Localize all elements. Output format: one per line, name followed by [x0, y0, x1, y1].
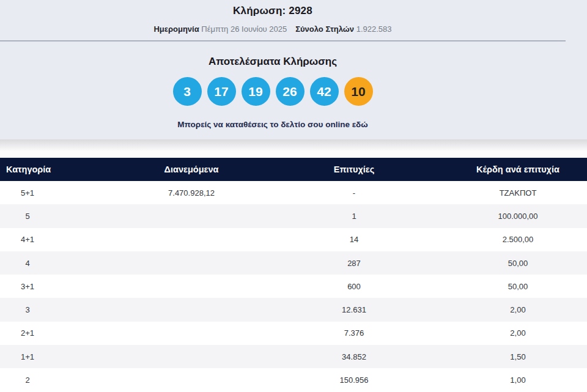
section-separator	[0, 139, 587, 158]
prize-cell: 1,50	[380, 345, 587, 368]
prize-cell: 100.000,00	[380, 204, 587, 227]
table-row: 428750,00	[0, 251, 587, 275]
distributed-cell	[55, 322, 328, 345]
winners-cell: -	[328, 181, 380, 204]
category-cell: 4+1	[0, 228, 55, 251]
prize-cell: 2.500,00	[380, 228, 587, 251]
date-label: Ημερομηνία	[153, 24, 199, 34]
column-header-prize: Κέρδη ανά επιτυχία	[380, 158, 587, 181]
distributed-cell	[55, 275, 328, 298]
submit-online-link[interactable]: Μπορείς να καταθέσεις το δελτίο σου onli…	[0, 120, 545, 129]
distributed-cell: 7.470.928,12	[55, 181, 328, 204]
winning-number-ball: 26	[276, 77, 305, 106]
category-cell: 5+1	[0, 181, 55, 204]
draw-header-section: Κλήρωση: 2928 Ημερομηνία Πέμπτη 26 Ιουνί…	[0, 0, 587, 139]
table-row: 2150.9561,00	[0, 368, 587, 392]
table-row: 51100.000,00	[0, 204, 587, 227]
winning-number-ball: 17	[207, 77, 236, 106]
category-cell: 3+1	[0, 275, 55, 298]
category-cell: 2+1	[0, 322, 55, 345]
category-cell: 4	[0, 251, 55, 275]
prize-cell: 50,00	[380, 275, 587, 298]
draw-title: Κλήρωση: 2928	[0, 0, 545, 17]
distributed-cell	[55, 204, 328, 227]
winners-cell: 150.956	[328, 368, 380, 392]
prize-cell: ΤΖΑΚΠΟΤ	[380, 181, 587, 204]
total-columns-label: Σύνολο Στηλών	[295, 24, 354, 34]
table-row: 1+134.8521,50	[0, 345, 587, 368]
winners-cell: 12.631	[328, 298, 380, 321]
prize-cell: 1,00	[380, 368, 587, 392]
prize-cell: 2,00	[380, 322, 587, 345]
winners-cell: 34.852	[328, 345, 380, 368]
draw-meta: Ημερομηνία Πέμπτη 26 Ιουνίου 2025Σύνολο …	[0, 24, 545, 34]
prize-cell: 50,00	[380, 251, 587, 275]
winners-cell: 287	[328, 251, 380, 275]
winners-cell: 14	[328, 228, 380, 251]
results-table-body: 5+17.470.928,12-ΤΖΑΚΠΟΤ51100.000,004+114…	[0, 181, 587, 392]
distributed-cell	[55, 228, 328, 251]
results-table: Κατηγορία Διανεμόμενα Επιτυχίες Κέρδη αν…	[0, 158, 587, 392]
draw-date: Ημερομηνία Πέμπτη 26 Ιουνίου 2025	[153, 24, 287, 34]
prize-cell: 2,00	[380, 298, 587, 321]
category-cell: 2	[0, 368, 55, 392]
total-columns: Σύνολο Στηλών 1.922.583	[295, 24, 391, 34]
winners-cell: 1	[328, 204, 380, 227]
winning-number-ball: 19	[242, 77, 270, 106]
distributed-cell	[55, 368, 328, 392]
table-row: 5+17.470.928,12-ΤΖΑΚΠΟΤ	[0, 181, 587, 204]
date-value: Πέμπτη 26 Ιουνίου 2025	[201, 24, 287, 34]
column-header-category: Κατηγορία	[0, 158, 55, 181]
winning-numbers: 31719264210	[0, 77, 545, 106]
winners-cell: 7.376	[328, 322, 380, 345]
column-header-distributed: Διανεμόμενα	[55, 158, 328, 181]
results-title: Αποτελέσματα Κλήρωσης	[0, 34, 545, 68]
winning-number-ball: 3	[173, 77, 202, 106]
winners-cell: 600	[328, 275, 380, 298]
total-columns-value: 1.922.583	[356, 24, 392, 34]
column-header-winners: Επιτυχίες	[328, 158, 380, 181]
table-row: 3+160050,00	[0, 275, 587, 298]
category-cell: 1+1	[0, 345, 55, 368]
header-divider	[0, 40, 566, 42]
table-row: 312.6312,00	[0, 298, 587, 321]
category-cell: 3	[0, 298, 55, 321]
distributed-cell	[55, 251, 328, 275]
table-row: 4+1142.500,00	[0, 228, 587, 251]
distributed-cell	[55, 345, 328, 368]
distributed-cell	[55, 298, 328, 321]
results-table-header: Κατηγορία Διανεμόμενα Επιτυχίες Κέρδη αν…	[0, 158, 587, 181]
category-cell: 5	[0, 204, 55, 227]
winning-number-ball: 42	[310, 77, 339, 106]
joker-number-ball: 10	[344, 77, 373, 106]
table-row: 2+17.3762,00	[0, 322, 587, 345]
